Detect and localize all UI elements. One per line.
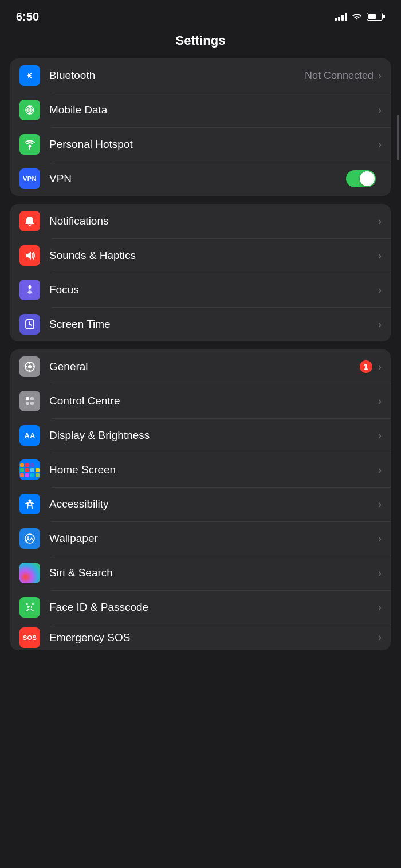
display-icon: AA (19, 425, 40, 446)
settings-row-wallpaper[interactable]: Wallpaper › (10, 521, 391, 556)
svg-rect-16 (30, 397, 34, 400)
siri-label: Siri & Search (49, 567, 378, 579)
svg-rect-15 (26, 397, 29, 400)
svg-point-28 (29, 606, 30, 607)
siri-chevron: › (378, 567, 382, 579)
svg-point-10 (28, 365, 32, 368)
general-label: General (49, 360, 360, 373)
wifi-icon (352, 13, 362, 21)
mobile-data-label: Mobile Data (49, 104, 378, 116)
screentime-label: Screen Time (49, 318, 378, 331)
homescreen-icon (19, 459, 40, 480)
hotspot-label: Personal Hotspot (49, 138, 378, 151)
faceid-label: Face ID & Passcode (49, 601, 378, 614)
aa-text: AA (25, 431, 36, 440)
hotspot-chevron: › (378, 139, 382, 151)
general-icon (19, 356, 40, 377)
sos-icon: SOS (19, 627, 40, 648)
settings-group-connectivity: Bluetooth Not Connected › Mobile Data › (10, 58, 391, 196)
general-badge: 1 (360, 360, 372, 373)
control-icon (19, 391, 40, 411)
sos-chevron: › (378, 631, 382, 643)
status-bar: 6:50 (0, 0, 401, 30)
settings-row-sounds[interactable]: Sounds & Haptics › (10, 238, 391, 273)
mobile-data-icon (19, 100, 40, 120)
svg-rect-18 (30, 402, 34, 405)
sounds-label: Sounds & Haptics (49, 249, 378, 262)
accessibility-label: Accessibility (49, 498, 378, 510)
settings-row-siri[interactable]: Siri & Search › (10, 556, 391, 590)
svg-rect-23 (32, 603, 34, 605)
notifications-label: Notifications (49, 215, 378, 227)
accessibility-chevron: › (378, 498, 382, 510)
battery-icon (367, 13, 385, 21)
grid-icon-inner (20, 463, 40, 477)
focus-chevron: › (378, 284, 382, 296)
settings-group-notifications: Notifications › Sounds & Haptics › Focus… (10, 204, 391, 341)
settings-row-vpn[interactable]: VPN VPN (10, 162, 391, 196)
page-title-bar: Settings (0, 30, 401, 58)
screentime-chevron: › (378, 319, 382, 331)
display-chevron: › (378, 430, 382, 442)
svg-point-21 (27, 536, 29, 539)
signal-icon (335, 13, 347, 21)
settings-row-hotspot[interactable]: Personal Hotspot › (10, 127, 391, 162)
vpn-toggle-knob (360, 171, 375, 186)
wallpaper-icon (19, 528, 40, 549)
wallpaper-label: Wallpaper (49, 532, 378, 545)
wallpaper-chevron: › (378, 533, 382, 545)
sounds-icon (19, 245, 40, 266)
siri-icon (19, 563, 40, 583)
settings-row-control[interactable]: Control Centre › (10, 384, 391, 418)
settings-row-faceid[interactable]: Face ID & Passcode › (10, 590, 391, 625)
mobile-data-chevron: › (378, 104, 382, 116)
settings-row-focus[interactable]: Focus › (10, 273, 391, 307)
page-title: Settings (176, 33, 226, 48)
svg-line-8 (30, 324, 32, 325)
settings-row-display[interactable]: AA Display & Brightness › (10, 418, 391, 453)
svg-rect-24 (26, 610, 28, 611)
settings-group-general: General 1 › Control Centre › AA Display … (10, 349, 391, 650)
settings-row-general[interactable]: General 1 › (10, 349, 391, 384)
bluetooth-icon (19, 65, 40, 86)
screentime-icon (19, 314, 40, 335)
focus-label: Focus (49, 284, 378, 296)
hotspot-icon (19, 134, 40, 155)
homescreen-label: Home Screen (49, 464, 378, 476)
vpn-text: VPN (23, 175, 37, 182)
svg-point-20 (25, 534, 34, 543)
settings-row-screentime[interactable]: Screen Time › (10, 307, 391, 341)
sounds-chevron: › (378, 250, 382, 262)
notifications-chevron: › (378, 215, 382, 227)
svg-point-19 (29, 500, 32, 502)
faceid-icon (19, 597, 40, 618)
faceid-chevron: › (378, 602, 382, 614)
vpn-label: VPN (49, 172, 346, 185)
control-chevron: › (378, 395, 382, 407)
svg-rect-25 (32, 610, 34, 611)
settings-row-homescreen[interactable]: Home Screen › (10, 453, 391, 487)
notifications-icon (19, 211, 40, 231)
vpn-toggle[interactable] (346, 170, 376, 187)
accessibility-icon (19, 494, 40, 514)
general-chevron: › (378, 361, 382, 373)
status-icons (335, 13, 385, 21)
bluetooth-value: Not Connected (305, 70, 374, 82)
bluetooth-chevron: › (378, 70, 382, 82)
svg-rect-22 (26, 603, 28, 605)
vpn-icon: VPN (19, 168, 40, 189)
settings-row-bluetooth[interactable]: Bluetooth Not Connected › (10, 58, 391, 93)
bluetooth-label: Bluetooth (49, 69, 305, 82)
display-label: Display & Brightness (49, 429, 378, 442)
settings-row-notifications[interactable]: Notifications › (10, 204, 391, 238)
sos-label: Emergency SOS (49, 631, 378, 644)
settings-row-accessibility[interactable]: Accessibility › (10, 487, 391, 521)
status-time: 6:50 (16, 10, 39, 23)
homescreen-chevron: › (378, 464, 382, 476)
settings-row-mobile-data[interactable]: Mobile Data › (10, 93, 391, 127)
svg-rect-17 (26, 402, 29, 405)
sos-text: SOS (23, 634, 37, 641)
settings-row-sos[interactable]: SOS Emergency SOS › (10, 625, 391, 650)
scrollbar[interactable] (397, 115, 399, 160)
focus-icon (19, 280, 40, 300)
